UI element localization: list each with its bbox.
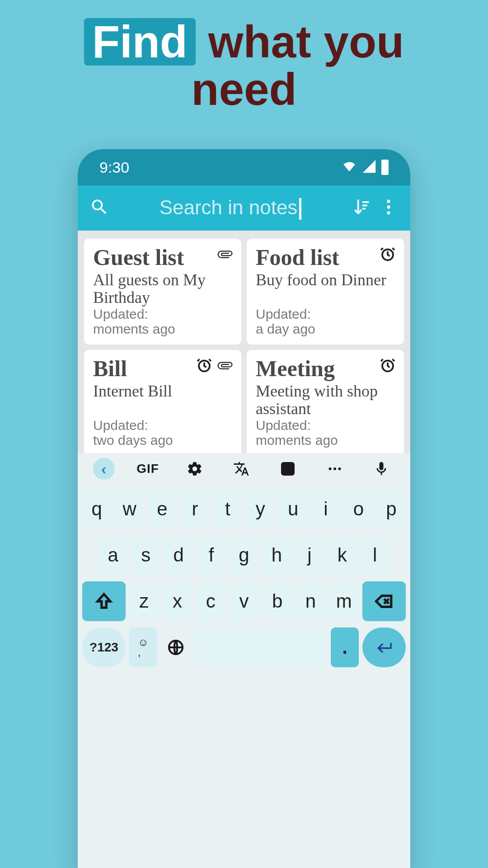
alarm-icon: [380, 357, 396, 375]
keyboard-rows: q w e r t y u i o p a s d f g h j k l: [78, 485, 410, 671]
key-language[interactable]: [161, 627, 191, 667]
key-x[interactable]: x: [163, 581, 192, 621]
key-e[interactable]: e: [148, 489, 177, 529]
headline-rest: what you need: [191, 16, 404, 114]
key-shift[interactable]: [82, 581, 126, 621]
key-w[interactable]: w: [115, 489, 144, 529]
note-updated: Updated: moments ago: [256, 418, 395, 448]
more-icon[interactable]: [379, 197, 399, 219]
key-i[interactable]: i: [311, 489, 340, 529]
microphone-icon[interactable]: [368, 455, 395, 482]
kb-collapse-icon[interactable]: ‹: [93, 458, 115, 480]
note-card[interactable]: Food list Buy food on Dinner Updated: a …: [247, 239, 404, 344]
status-icons: [342, 159, 389, 176]
note-body: Meeting with shop assistant: [256, 382, 395, 418]
kb-row-2: a s d f g h j k l: [82, 535, 406, 575]
attachment-icon: [217, 246, 233, 264]
key-k[interactable]: k: [328, 535, 357, 575]
search-input[interactable]: Search in notes: [117, 196, 344, 220]
keyboard-toolbar: ‹ GIF: [78, 453, 410, 485]
note-title: Guest list: [93, 246, 232, 269]
key-n[interactable]: n: [296, 581, 326, 621]
key-period[interactable]: .: [331, 627, 359, 667]
note-body: Buy food on Dinner: [256, 271, 395, 289]
promo-headline: Find what you need: [0, 0, 488, 122]
kb-row-4: ?123 ☺, .: [82, 627, 406, 667]
key-b[interactable]: b: [263, 581, 292, 621]
note-updated: Updated: moments ago: [93, 307, 232, 336]
status-bar: 9:30: [78, 149, 410, 185]
note-body: Internet Bill: [93, 382, 232, 400]
svg-point-2: [387, 211, 390, 214]
key-m[interactable]: m: [329, 581, 359, 621]
note-card[interactable]: Guest list All guests on My Birthday Upd…: [84, 239, 241, 344]
key-p[interactable]: p: [377, 489, 406, 529]
note-updated: Updated: two days ago: [93, 418, 232, 448]
key-g[interactable]: g: [230, 535, 258, 575]
notes-grid[interactable]: Guest list All guests on My Birthday Upd…: [78, 231, 410, 453]
translate-icon[interactable]: [228, 455, 255, 482]
key-r[interactable]: r: [180, 489, 209, 529]
gear-icon[interactable]: [181, 455, 208, 482]
note-card[interactable]: Meeting Meeting with shop assistant Upda…: [247, 350, 404, 453]
svg-point-10: [333, 467, 336, 470]
key-d[interactable]: d: [164, 535, 193, 575]
key-j[interactable]: j: [295, 535, 324, 575]
signal-icon: [361, 159, 377, 176]
phone-frame: 9:30 Search in notes G: [78, 149, 410, 868]
key-h[interactable]: h: [262, 535, 291, 575]
search-bar: Search in notes: [78, 185, 410, 231]
note-updated: Updated: a day ago: [256, 307, 395, 336]
more-horizontal-icon[interactable]: [321, 455, 348, 482]
wifi-icon: [342, 159, 357, 176]
key-c[interactable]: c: [196, 581, 225, 621]
key-u[interactable]: u: [278, 489, 307, 529]
key-a[interactable]: a: [99, 535, 127, 575]
search-placeholder: Search in notes: [160, 196, 298, 218]
key-space[interactable]: [194, 627, 327, 667]
alarm-icon: [380, 246, 396, 264]
key-y[interactable]: y: [246, 489, 275, 529]
text-cursor: [299, 198, 301, 220]
search-icon[interactable]: [89, 197, 109, 219]
key-q[interactable]: q: [82, 489, 111, 529]
svg-point-7: [285, 467, 287, 468]
headline-highlighted: Find: [84, 18, 196, 66]
sort-icon[interactable]: [352, 197, 371, 219]
battery-icon: [381, 160, 389, 175]
note-card[interactable]: Bill Internet Bill Updated: two days ago: [84, 350, 241, 453]
note-body: All guests on My Birthday: [93, 271, 232, 307]
svg-point-11: [338, 467, 341, 470]
svg-rect-6: [282, 463, 294, 475]
svg-point-9: [328, 467, 331, 470]
on-screen-keyboard: ‹ GIF q w e r t y u i o p a s: [78, 453, 410, 868]
kb-row-1: q w e r t y u i o p: [82, 489, 406, 529]
key-numbers[interactable]: ?123: [82, 627, 126, 667]
status-time: 9:30: [99, 159, 129, 176]
sticker-icon[interactable]: [274, 455, 301, 482]
key-s[interactable]: s: [131, 535, 160, 575]
key-o[interactable]: o: [344, 489, 373, 529]
svg-point-8: [289, 467, 291, 468]
note-title: Food list: [256, 246, 395, 269]
kb-gif-button[interactable]: GIF: [134, 455, 161, 482]
key-l[interactable]: l: [361, 535, 389, 575]
key-v[interactable]: v: [229, 581, 259, 621]
key-emoji[interactable]: ☺,: [129, 627, 157, 667]
note-title: Meeting: [256, 357, 395, 380]
key-backspace[interactable]: [362, 581, 406, 621]
kb-row-3: z x c v b n m: [82, 581, 406, 621]
svg-point-1: [387, 205, 390, 208]
key-enter[interactable]: [362, 627, 406, 667]
svg-point-0: [387, 200, 390, 203]
alarm-icon: [196, 357, 212, 375]
key-z[interactable]: z: [129, 581, 159, 621]
key-f[interactable]: f: [197, 535, 225, 575]
key-t[interactable]: t: [213, 489, 242, 529]
attachment-icon: [217, 357, 233, 375]
